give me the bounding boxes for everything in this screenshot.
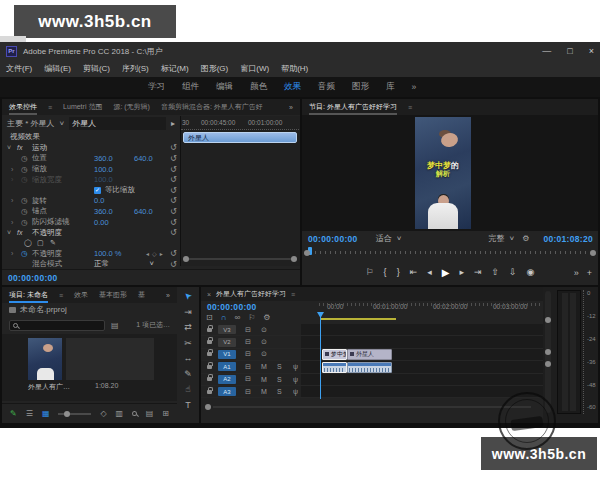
add-keyframe-icon[interactable]: ◇ xyxy=(152,250,157,257)
workspace-audio[interactable]: 音频 xyxy=(318,81,335,93)
prev-keyframe-icon[interactable]: ◂ xyxy=(146,250,149,257)
next-keyframe-icon[interactable]: ▸ xyxy=(160,250,163,257)
mini-timeline-clip-bar[interactable]: 外星人 xyxy=(183,132,297,143)
fx-badge-icon[interactable]: fx xyxy=(17,144,22,151)
go-to-in-icon[interactable]: ⇤ xyxy=(410,267,418,277)
chevron-right-icon[interactable]: › xyxy=(11,250,13,257)
voiceover-mic-icon[interactable]: ψ xyxy=(293,363,298,370)
workspace-effects[interactable]: 效果 xyxy=(284,81,301,93)
menu-sequence[interactable]: 序列(S) xyxy=(122,63,149,74)
program-scrub-bar[interactable] xyxy=(302,246,598,259)
maximize-button[interactable]: □ xyxy=(567,46,572,56)
lock-icon[interactable] xyxy=(207,377,212,381)
lock-icon[interactable] xyxy=(207,352,212,356)
play-button[interactable]: ▶ xyxy=(442,267,450,278)
button-editor-plus-icon[interactable]: + xyxy=(587,268,592,278)
ellipse-mask-icon[interactable]: ◯ xyxy=(24,239,32,247)
opacity-section-row[interactable]: ˅ fx 不透明度 ↺ xyxy=(2,227,180,238)
track-badge[interactable]: V2 xyxy=(218,338,236,347)
chevron-right-icon[interactable]: › xyxy=(11,197,13,204)
timeline-timecode[interactable]: 00:00:00:00 xyxy=(207,302,257,312)
step-forward-icon[interactable]: ▸ xyxy=(459,267,464,277)
menu-file[interactable]: 文件(F) xyxy=(6,63,32,74)
stopwatch-icon[interactable]: ◷ xyxy=(21,165,28,174)
find-icon[interactable] xyxy=(132,411,137,416)
voiceover-mic-icon[interactable]: ψ xyxy=(293,388,298,395)
step-back-icon[interactable]: ◂ xyxy=(427,267,432,277)
tab-project[interactable]: 项目: 未命名 xyxy=(9,287,48,303)
lock-icon[interactable] xyxy=(207,365,212,369)
export-frame-icon[interactable]: ◉ xyxy=(527,267,535,277)
slip-tool[interactable]: ↔ xyxy=(180,352,196,364)
selection-tool[interactable]: ➤ xyxy=(180,290,196,302)
hscroll-handle[interactable] xyxy=(205,404,211,410)
blend-mode-select[interactable]: 正常 ˅ xyxy=(94,259,156,269)
reset-icon[interactable]: ↺ xyxy=(170,165,177,174)
timeline-settings-icon[interactable]: ⚙ xyxy=(263,313,270,322)
vscroll-handle[interactable] xyxy=(545,361,551,367)
reset-icon[interactable]: ↺ xyxy=(170,249,177,258)
lift-icon[interactable]: ⇧ xyxy=(492,267,500,277)
tab-sequence[interactable]: 外星人有广告好好学习 xyxy=(216,289,286,299)
source-patch-icon[interactable]: ⊟ xyxy=(245,363,251,371)
workspace-color[interactable]: 颜色 xyxy=(250,81,267,93)
extract-icon[interactable]: ⇩ xyxy=(509,267,517,277)
param-value[interactable]: 360.0 xyxy=(94,207,113,216)
add-marker-icon[interactable]: ⚐ xyxy=(248,313,255,322)
track-badge[interactable]: A3 xyxy=(218,387,236,396)
tabs-overflow-icon[interactable]: » xyxy=(166,292,170,299)
workspace-overflow-icon[interactable]: » xyxy=(412,82,417,92)
reset-icon[interactable]: ↺ xyxy=(170,143,177,152)
workspace-assembly[interactable]: 组件 xyxy=(182,81,199,93)
reset-icon[interactable]: ↺ xyxy=(170,228,177,237)
new-bin-icon[interactable]: ▤ xyxy=(146,409,154,418)
source-patch-icon[interactable]: ⊟ xyxy=(245,326,251,334)
pen-mask-icon[interactable]: ✎ xyxy=(50,239,56,247)
timeline-ruler[interactable]: 00:00 00:01:00:00 00:02:00:00 00:03:00:0… xyxy=(301,301,543,318)
vscroll-handle[interactable] xyxy=(545,317,551,323)
scroll-handle-right[interactable] xyxy=(291,256,297,262)
solo-button[interactable]: S xyxy=(277,363,282,370)
ripple-edit-tool[interactable]: ⇄ xyxy=(180,321,196,333)
playback-resolution-select[interactable]: 完整 xyxy=(489,233,505,244)
track-output-eye-icon[interactable]: ⊙ xyxy=(261,350,267,358)
audio-clip-1[interactable] xyxy=(322,362,347,373)
motion-section-row[interactable]: ˅ fx 运动 ↺ xyxy=(2,143,180,154)
filter-bin-icon[interactable]: ▤ xyxy=(111,321,119,330)
pen-tool[interactable]: ✎ xyxy=(180,368,196,380)
reset-icon[interactable]: ↺ xyxy=(170,207,177,216)
menu-marker[interactable]: 标记(M) xyxy=(161,63,189,74)
effect-controls-mini-timeline[interactable]: 30 00:00:45:00 00:01:00:00 外星人 xyxy=(180,116,300,266)
mark-out-icon[interactable]: } xyxy=(397,267,400,277)
search-input[interactable] xyxy=(9,320,105,331)
chevron-right-icon[interactable]: › xyxy=(11,219,13,226)
timeline-hscrollbar[interactable] xyxy=(201,403,543,411)
track-output-eye-icon[interactable]: ⊙ xyxy=(261,326,267,334)
tab-audio-clip-mixer[interactable]: 音频剪辑混合器: 外星人有广告好 xyxy=(161,102,263,112)
track-select-forward-tool[interactable]: ⇥ xyxy=(180,306,196,318)
lock-icon[interactable] xyxy=(207,328,212,332)
workspace-graphics[interactable]: 图形 xyxy=(352,81,369,93)
razor-tool[interactable]: ✂ xyxy=(180,337,196,349)
zoom-slider[interactable] xyxy=(58,413,91,415)
audio-meters[interactable] xyxy=(557,290,581,414)
scrub-handle-right[interactable] xyxy=(590,250,596,256)
tabs-overflow-icon[interactable]: » xyxy=(289,104,293,111)
hand-tool[interactable]: ☝ xyxy=(180,383,196,395)
source-patch-icon[interactable]: ⊟ xyxy=(245,388,251,396)
menu-help[interactable]: 帮助(H) xyxy=(281,63,308,74)
voiceover-mic-icon[interactable]: ψ xyxy=(293,376,298,383)
mute-button[interactable]: M xyxy=(261,376,267,383)
insert-overwrite-nest-icon[interactable]: ⊡ xyxy=(206,313,213,322)
workspace-editing[interactable]: 编辑 xyxy=(216,81,233,93)
param-value[interactable]: 100.0 % xyxy=(94,249,122,258)
source-patch-icon[interactable]: ⊟ xyxy=(245,375,251,383)
param-value[interactable]: 0.00 xyxy=(94,218,109,227)
tab-effect-controls[interactable]: 效果控件 xyxy=(9,99,37,115)
effect-name[interactable]: 不透明度 xyxy=(32,228,62,238)
project-items-area[interactable]: 外星人有广… 1:08.20 xyxy=(2,334,177,401)
mute-button[interactable]: M xyxy=(261,388,267,395)
mini-timeline-ruler[interactable]: 30 00:00:45:00 00:01:00:00 xyxy=(181,116,300,130)
track-header[interactable]: V3 ⊟ ⊙ xyxy=(201,324,301,335)
type-tool[interactable]: T xyxy=(180,399,196,411)
